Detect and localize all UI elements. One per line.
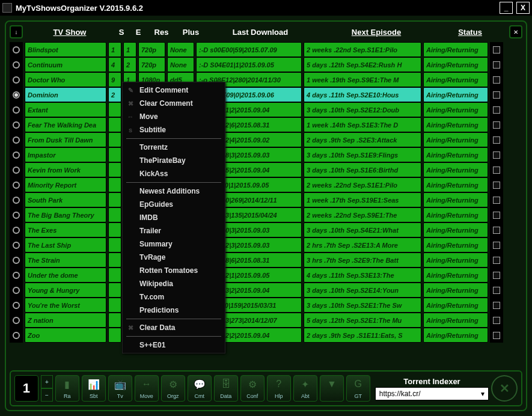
row-radio[interactable] <box>10 147 23 162</box>
minimize-button[interactable]: _ <box>500 2 513 14</box>
col-header-status[interactable]: Status <box>439 28 501 37</box>
table-row[interactable]: Minority ReportD s00E00|1|2015.09.052 we… <box>10 177 522 192</box>
toolbar-button-ra[interactable]: ▮Ra <box>55 375 79 402</box>
table-row[interactable]: The ExesD S04E20|3|2015.09.033 days .10t… <box>10 222 522 237</box>
context-menu-item[interactable]: Predictions <box>123 304 225 317</box>
toolbar-button-hlp[interactable]: ?Hlp <box>267 375 291 402</box>
row-radio[interactable] <box>10 87 23 102</box>
row-checkbox[interactable] <box>490 222 503 237</box>
table-row[interactable]: Doctor Who911080pdd5:-o S08E12|280|2014/… <box>10 72 522 87</box>
table-row[interactable]: The Last ShipD S02E12|3|2015.09.032 hrs … <box>10 237 522 252</box>
col-header-tvshow[interactable]: TV Show <box>28 28 112 37</box>
row-checkbox[interactable] <box>490 162 503 177</box>
row-radio[interactable] <box>10 117 23 132</box>
toolbar-button-cmt[interactable]: 💬Cmt <box>188 375 212 402</box>
table-row[interactable]: Dominion2101080pDD5:-D S02E09|0|2015.09.… <box>10 87 522 102</box>
table-row[interactable]: Z nationD S01E13|273|2014/12/075 days .1… <box>10 313 522 328</box>
row-checkbox[interactable] <box>490 268 503 283</box>
context-menu-item[interactable]: ✖Clear Data <box>123 321 225 334</box>
toolbar-button-sbt[interactable]: 📊Sbt <box>82 375 106 402</box>
toolbar-button-orgz[interactable]: ⚙Orgz <box>161 375 185 402</box>
table-row[interactable]: Continuum42720pNone:-D S04E01|1|2015.09.… <box>10 57 522 72</box>
row-radio[interactable] <box>10 328 23 343</box>
context-menu-item[interactable]: Wikipedia <box>123 277 225 290</box>
row-radio[interactable] <box>10 283 23 298</box>
row-radio[interactable] <box>10 268 23 283</box>
row-checkbox[interactable] <box>490 313 503 328</box>
context-menu-item[interactable]: ↔Move <box>123 110 225 123</box>
table-row[interactable]: ZooD S01E12|2|2015.09.042 days .9th Sep … <box>10 328 522 343</box>
context-menu-item[interactable]: Trailer <box>123 224 225 237</box>
row-radio[interactable] <box>10 162 23 177</box>
toolbar-button-tv[interactable]: 📺Tv <box>108 375 132 402</box>
row-radio[interactable] <box>10 177 23 192</box>
header-left-button[interactable]: ↓ <box>10 25 23 38</box>
toolbar-button-data[interactable]: 🗄Data <box>214 375 238 402</box>
page-up-button[interactable]: + <box>41 375 53 388</box>
context-menu-item[interactable]: EpGuides <box>123 198 225 211</box>
context-menu-item[interactable]: ✖Clear Comment <box>123 97 225 110</box>
context-menu-item[interactable]: sSubtitle <box>123 123 225 136</box>
row-radio[interactable] <box>10 313 23 328</box>
toolbar-button-abt[interactable]: ✦Abt <box>293 375 317 402</box>
row-radio[interactable] <box>10 102 23 117</box>
table-row[interactable]: The Big Bang TheoryD S08E23|135|2015/04/… <box>10 207 522 222</box>
row-checkbox[interactable] <box>490 102 503 117</box>
row-radio[interactable] <box>10 207 23 222</box>
row-radio[interactable] <box>10 192 23 207</box>
page-down-button[interactable]: − <box>41 388 53 402</box>
toolbar-button-conf[interactable]: ⚙Conf <box>240 375 264 402</box>
row-radio[interactable] <box>10 298 23 313</box>
context-menu-item[interactable]: TvRage <box>123 251 225 264</box>
context-menu-item[interactable]: ✎Edit Comment <box>123 84 225 97</box>
context-menu-item[interactable]: IMDB <box>123 211 225 224</box>
row-checkbox[interactable] <box>490 237 503 252</box>
row-radio[interactable] <box>10 237 23 252</box>
row-checkbox[interactable] <box>490 72 503 87</box>
row-checkbox[interactable] <box>490 117 503 132</box>
table-row[interactable]: Young & HungryD S02E13|2|2015.09.043 day… <box>10 283 522 298</box>
row-radio[interactable] <box>10 57 23 72</box>
table-row[interactable]: Kevin from WorkD S01E05|2|2015.09.043 da… <box>10 162 522 177</box>
toolbar-button-▼[interactable]: ▼ <box>320 375 344 402</box>
table-row[interactable]: ExtantD S02E11|2|2015.09.043 days .10th … <box>10 102 522 117</box>
context-menu-item[interactable]: Torrentz <box>123 141 225 154</box>
row-checkbox[interactable] <box>490 177 503 192</box>
bottom-close-button[interactable]: ✕ <box>491 375 518 402</box>
table-row[interactable]: Blindspot11720pNone:-D s00E00|59|2015.07… <box>10 42 522 57</box>
col-header-next[interactable]: Next Episode <box>316 28 436 37</box>
table-row[interactable]: ImpastorD S01E08|3|2015.09.033 days .10t… <box>10 147 522 162</box>
table-row[interactable]: From Dusk Till DawnD S02E02|4|2015.09.02… <box>10 132 522 147</box>
row-radio[interactable] <box>10 252 23 268</box>
close-button[interactable]: X <box>516 2 530 14</box>
row-checkbox[interactable] <box>490 42 503 57</box>
table-row[interactable]: Fear The Walking DeaD S01E02|6|2015.08.3… <box>10 117 522 132</box>
row-checkbox[interactable] <box>490 87 503 102</box>
row-checkbox[interactable] <box>490 147 503 162</box>
torrent-indexer-select[interactable]: https://kat.cr/ <box>375 387 489 400</box>
row-checkbox[interactable] <box>490 328 503 343</box>
table-row[interactable]: Under the domeD S03E12|1|2015.09.054 day… <box>10 268 522 283</box>
context-menu-item[interactable]: ThePirateBay <box>123 154 225 167</box>
row-radio[interactable] <box>10 42 23 57</box>
row-radio[interactable] <box>10 132 23 147</box>
table-row[interactable]: South ParkD S18E10|269|2014/12/111 week … <box>10 192 522 207</box>
header-right-button[interactable]: ✕ <box>509 25 522 38</box>
row-checkbox[interactable] <box>490 207 503 222</box>
table-row[interactable]: You're the Worsto S01E10|159|2015/03/313… <box>10 298 522 313</box>
context-menu-item[interactable]: KickAss <box>123 167 225 180</box>
toolbar-button-gt[interactable]: GGT <box>346 375 370 402</box>
row-checkbox[interactable] <box>490 298 503 313</box>
row-radio[interactable] <box>10 222 23 237</box>
row-checkbox[interactable] <box>490 57 503 72</box>
table-row[interactable]: The StrainD S02E08|6|2015.08.313 hrs .7t… <box>10 252 522 268</box>
row-checkbox[interactable] <box>490 132 503 147</box>
row-checkbox[interactable] <box>490 283 503 298</box>
row-radio[interactable] <box>10 72 23 87</box>
toolbar-button-move[interactable]: ↔Move <box>135 375 159 402</box>
row-checkbox[interactable] <box>490 192 503 207</box>
context-menu-item[interactable]: Tv.com <box>123 290 225 304</box>
row-checkbox[interactable] <box>490 252 503 268</box>
context-menu-item[interactable]: Newest Additions <box>123 185 225 198</box>
context-menu-item[interactable]: Rotten Tomatoes <box>123 264 225 277</box>
